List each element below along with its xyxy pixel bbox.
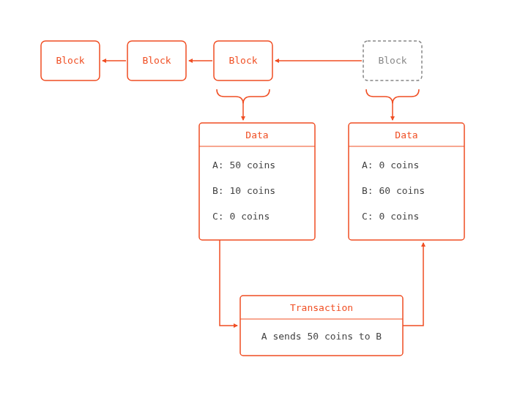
transaction-body: A sends 50 coins to B	[261, 331, 382, 342]
data-left-title: Data	[245, 130, 268, 140]
block-3-label: Block	[229, 55, 257, 66]
svg-rect-6	[349, 123, 464, 240]
svg-rect-4	[199, 123, 315, 240]
data-box-right: Data A: 0 coins B: 60 coins C: 0 coins	[349, 123, 464, 240]
data-box-left: Data A: 50 coins B: 10 coins C: 0 coins	[199, 123, 315, 240]
block-1: Block	[41, 41, 100, 80]
data-left-line-0: A: 50 coins	[212, 160, 275, 170]
bracket-block-3	[217, 89, 270, 104]
bracket-block-4	[366, 89, 419, 104]
data-right-title: Data	[395, 130, 417, 140]
data-right-line-2: C: 0 coins	[362, 211, 419, 222]
arrow-data-to-tx	[220, 240, 237, 326]
block-3: Block	[214, 41, 272, 80]
block-4-label: Block	[378, 55, 406, 66]
block-4-pending: Block	[363, 41, 422, 80]
block-2: Block	[127, 41, 186, 80]
data-right-line-1: B: 60 coins	[362, 185, 425, 196]
transaction-box: Transaction A sends 50 coins to B	[240, 296, 403, 356]
block-2-label: Block	[142, 55, 171, 66]
data-right-line-0: A: 0 coins	[362, 160, 419, 170]
transaction-title: Transaction	[290, 302, 353, 313]
data-left-line-1: B: 10 coins	[212, 185, 275, 196]
data-left-line-2: C: 0 coins	[212, 211, 270, 222]
arrow-tx-to-data	[403, 243, 423, 326]
block-1-label: Block	[56, 55, 84, 66]
